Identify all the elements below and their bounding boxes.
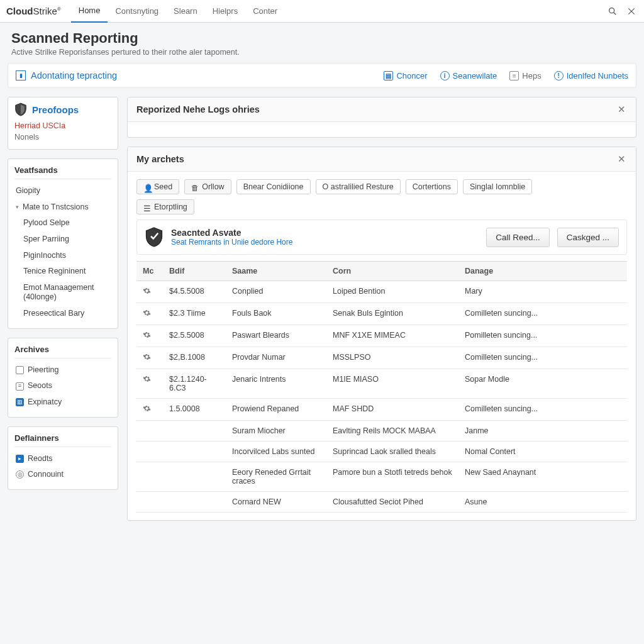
topnav-tab-3[interactable]: Hielprs <box>205 0 245 23</box>
cortertions-button[interactable]: Cortertions <box>406 179 458 194</box>
topnav-tab-4[interactable]: Conter <box>245 0 285 23</box>
callout-link[interactable]: Seat Remrants in Uniie dedore Hore <box>171 238 479 247</box>
row-danage: Comilleten suncing... <box>458 399 627 421</box>
strip-link-heps[interactable]: ≡ Heps <box>509 71 541 80</box>
row-bdif: $4.5.5008 <box>163 281 226 303</box>
badge-icon: ▸ <box>16 455 24 463</box>
sidebar-item[interactable]: Tenice Regininent <box>14 264 111 280</box>
table-header[interactable]: Bdif <box>163 262 226 281</box>
toolbar-row-1: 👤Seed 🗑Orllow Bnear Conidiione O astrali… <box>136 179 627 194</box>
row-saame: Jenaric Intrents <box>226 369 326 399</box>
strip-link-seanewilate[interactable]: i Seanewilate <box>440 71 497 80</box>
singlal-button[interactable]: Singlal Iomnblie <box>463 179 532 194</box>
row-gear-cell[interactable] <box>136 421 163 441</box>
row-gear-cell[interactable] <box>136 325 163 347</box>
topnav-tab-2[interactable]: Slearn <box>166 0 205 23</box>
sidebar-item-expandable[interactable]: ▾Mate to Tnstcsions <box>14 199 111 216</box>
doc-icon: ≡ <box>16 382 24 391</box>
sidebar-item[interactable]: Giopity <box>14 183 111 199</box>
sidebar-item[interactable]: Pieerting <box>14 362 111 379</box>
sidebar-item[interactable]: ▸Reodts <box>14 451 111 467</box>
close-icon[interactable] <box>625 5 638 18</box>
search-icon[interactable] <box>606 5 619 18</box>
orllow-button[interactable]: 🗑Orllow <box>184 179 231 194</box>
row-corn: Pamore bun a Stotfi tetreds behok <box>326 462 458 492</box>
caskged-button[interactable]: Caskged ... <box>557 228 619 247</box>
table-row[interactable]: Incorvilced Labs suntedSuprincad Laok sr… <box>136 441 627 462</box>
etorptling-button[interactable]: ☰Etorptling <box>136 199 194 214</box>
row-gear-cell[interactable] <box>136 441 163 462</box>
row-saame: Provdar Numar <box>226 347 326 369</box>
table-row[interactable]: $2.1.1240-6.C3Jenaric IntrentsM1IE MIASO… <box>136 369 627 399</box>
sidebar-brand[interactable]: Preofoops <box>14 103 111 120</box>
seed-button[interactable]: 👤Seed <box>136 179 179 194</box>
table-row[interactable]: Suram MiocherEavlting Reils MOCK MABAAJa… <box>136 421 627 441</box>
topnav-tab-home[interactable]: Home <box>71 0 108 23</box>
shield-icon <box>14 103 27 116</box>
folder-icon: ▥ <box>16 398 24 406</box>
strip-link-numbers[interactable]: ! Idenlfed Nunbets <box>554 71 628 80</box>
sidebar-item[interactable]: ≡Seoots <box>14 378 111 394</box>
sidebar-brand-card: Preofoops Herriad USCIa Nonels <box>8 97 118 150</box>
table-header[interactable]: Corn <box>326 262 458 281</box>
row-gear-cell[interactable] <box>136 492 163 513</box>
strip-left-label: Adontating tepracting <box>31 70 117 80</box>
row-saame: Incorvilced Labs sunted <box>226 441 326 462</box>
gear-icon[interactable] <box>143 375 151 383</box>
strip-link-choncer[interactable]: ▤ Choncer <box>384 71 427 80</box>
table-header[interactable]: Mc <box>136 262 163 281</box>
trash-icon: 🗑 <box>191 184 198 191</box>
row-gear-cell[interactable] <box>136 369 163 399</box>
strip-link-label: Heps <box>522 71 541 80</box>
sidebar-item[interactable]: ▥Expinatcy <box>14 394 111 411</box>
sidebar-item[interactable]: Emot Manaagement (40longe) <box>14 280 111 306</box>
sidebar-sub-nonels[interactable]: Nonels <box>14 131 111 143</box>
table-row[interactable]: $2,B.1008Provdar NumarMSSLPSOComilleten … <box>136 347 627 369</box>
table-row[interactable]: $2.5.5008Paswart BleardsMNF X1XE MIMEACP… <box>136 325 627 347</box>
row-bdif: $2.3 Tiime <box>163 303 226 325</box>
row-bdif <box>163 492 226 513</box>
strip-left[interactable]: ▮ Adontating tepracting <box>16 70 117 80</box>
sidebar-item[interactable]: ◎Connouint <box>14 467 111 483</box>
row-bdif: $2,B.1008 <box>163 347 226 369</box>
table-row[interactable]: Eeory Reneded Grrtait cracesPamore bun a… <box>136 462 627 492</box>
row-danage: Asune <box>458 492 627 513</box>
sidebar-item[interactable]: Preseectical Bary <box>14 306 111 322</box>
restore-button[interactable]: O astralilied Resture <box>316 179 401 194</box>
heps-icon: ≡ <box>509 71 519 80</box>
row-danage: Pomilleten suncing... <box>458 325 627 347</box>
row-gear-cell[interactable] <box>136 347 163 369</box>
row-gear-cell[interactable] <box>136 303 163 325</box>
topnav-tab-1[interactable]: Contsnyting <box>108 0 166 23</box>
close-icon[interactable]: ✕ <box>616 104 627 115</box>
row-corn: MSSLPSO <box>326 347 458 369</box>
table-row[interactable]: Cornard NEWClousafutted Seciot PihedAsun… <box>136 492 627 513</box>
table-row[interactable]: $2.3 TiimeFouls BaokSenak Buls EgintionC… <box>136 303 627 325</box>
close-icon[interactable]: ✕ <box>616 153 627 165</box>
row-danage: Sopar Modle <box>458 369 627 399</box>
sidebar-item[interactable]: Sper Parriing <box>14 231 111 248</box>
page-header: Scanned Reporting Active Strilke Reporis… <box>0 23 644 63</box>
gear-icon[interactable] <box>143 331 151 339</box>
list-icon: ☰ <box>143 204 150 211</box>
gear-icon[interactable] <box>143 287 151 295</box>
table-row[interactable]: 1.5.0008Prowiend RepanedMAF SHDDComillet… <box>136 399 627 421</box>
gear-icon[interactable] <box>143 404 151 413</box>
row-gear-cell[interactable] <box>136 281 163 303</box>
sidebar-item[interactable]: PiginInochts <box>14 248 111 264</box>
gear-icon[interactable] <box>143 309 151 317</box>
row-saame: Suram Miocher <box>226 421 326 441</box>
row-gear-cell[interactable] <box>136 462 163 492</box>
row-gear-cell[interactable] <box>136 399 163 421</box>
sidebar-item[interactable]: Pylood Selpe <box>14 215 111 231</box>
gear-icon[interactable] <box>143 353 151 361</box>
callout-title: Seacnted Asvate <box>171 228 479 238</box>
action-strip: ▮ Adontating tepracting ▤ Choncer i Sean… <box>8 63 636 88</box>
bnear-button[interactable]: Bnear Conidiione <box>236 179 311 194</box>
call-reed-button[interactable]: Call Reed... <box>486 228 550 247</box>
table-header[interactable]: Danage <box>458 262 627 281</box>
row-danage: Janme <box>458 421 627 441</box>
sidebar-sub-herriad[interactable]: Herriad USCIa <box>14 120 111 131</box>
table-row[interactable]: $4.5.5008ConpliedLoiped BentionMary <box>136 281 627 303</box>
table-header[interactable]: Saame <box>226 262 326 281</box>
